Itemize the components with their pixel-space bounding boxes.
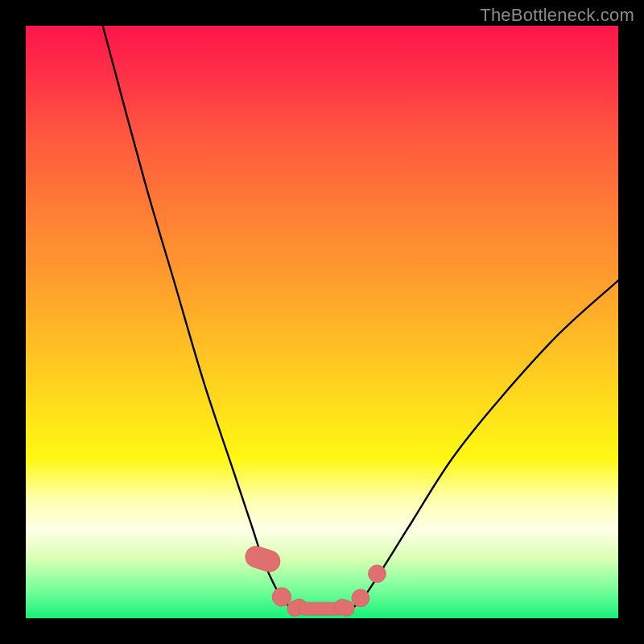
chart-svg [26, 26, 618, 618]
valley-marker [242, 543, 283, 575]
valley-marker [352, 589, 369, 607]
valley-marker [368, 565, 386, 583]
chart-frame: TheBottleneck.com [0, 0, 644, 644]
plot-area [26, 26, 618, 618]
curve-left [103, 26, 293, 609]
valley-markers [242, 543, 386, 618]
watermark-text: TheBottleneck.com [480, 5, 634, 26]
curve-right [352, 280, 618, 609]
valley-marker [272, 588, 291, 607]
